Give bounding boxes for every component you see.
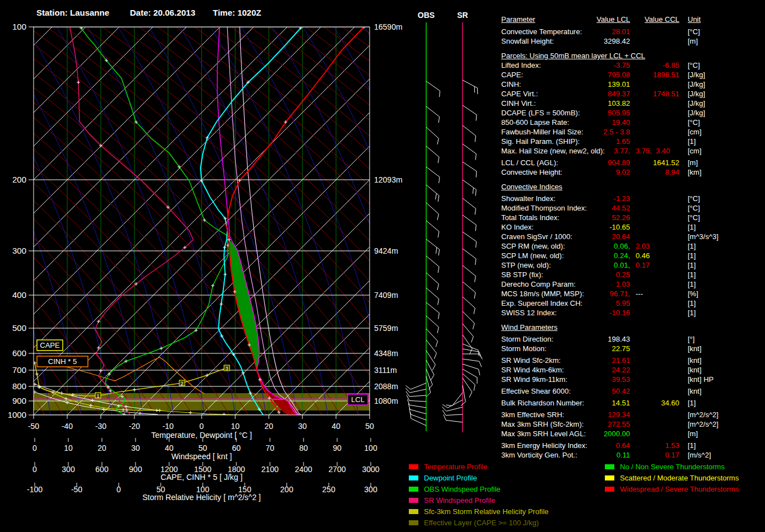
value: 0.24, xyxy=(614,251,630,260)
value-ccl: -6.85 xyxy=(630,60,679,70)
column-header: Parameter xyxy=(501,15,594,24)
svg-text:10: 10 xyxy=(231,422,240,431)
svg-text:-50: -50 xyxy=(28,422,39,431)
unit-label: [knt] xyxy=(679,365,753,375)
parameter-label: Fawbush-Miller Hail Size: xyxy=(501,127,594,137)
parameter-label: Snowfall Height: xyxy=(501,36,594,46)
svg-text:-20: -20 xyxy=(129,422,140,431)
svg-text:7409m: 7409m xyxy=(374,291,398,300)
unit-label: [J/kg] xyxy=(679,89,753,99)
svg-text:-100: -100 xyxy=(27,485,43,494)
value-lcl: 139.01 xyxy=(594,80,630,89)
sounding-analysis-window: Station: Lausanne Date: 20.06.2013 Time:… xyxy=(0,0,765,532)
svg-text:70: 70 xyxy=(265,444,274,452)
legend-swatch-icon xyxy=(409,498,418,503)
svg-text:2400: 2400 xyxy=(295,465,312,474)
table-row: Max 3km SRH Level AGL:2000.00[m] xyxy=(501,429,762,438)
parameter-label: CAPE Virt.: xyxy=(501,89,594,99)
value: -1.23 xyxy=(613,194,630,203)
value: 0.11 xyxy=(617,451,630,459)
unit-label: [knt] xyxy=(679,344,753,353)
value: 19.40 xyxy=(612,118,630,127)
value: 34.60 xyxy=(661,399,679,407)
value-lcl: 0.24, xyxy=(594,251,630,260)
value-lcl: 21.61 xyxy=(594,356,630,365)
svg-text:800: 800 xyxy=(12,381,26,391)
value-lcl: 9.02 xyxy=(594,167,630,177)
legend-label: Widespread / Severe Thunderstorms xyxy=(620,485,739,493)
svg-text:CAPE, CINH * 5 [ J/kg ]: CAPE, CINH * 5 [ J/kg ] xyxy=(161,473,242,482)
table-row: Max 3km SRH (Sfc-2km):272.55[m^2/s^2] xyxy=(501,419,762,429)
table-row: Exp. Supercell Index CH:5.95[1] xyxy=(501,298,762,308)
svg-text:900: 900 xyxy=(129,465,142,474)
parameter-label: 3km Effective SRH: xyxy=(501,410,594,419)
svg-text:30: 30 xyxy=(131,444,140,452)
value-ccl xyxy=(630,232,679,241)
value-lcl: 1.65 xyxy=(594,137,630,146)
svg-text:CAPE: CAPE xyxy=(40,341,60,349)
value-lcl: 1.03 xyxy=(594,279,630,289)
value: 1896.51 xyxy=(653,71,679,79)
value-ccl xyxy=(630,270,679,279)
value: 0.06, xyxy=(614,242,630,250)
svg-text:60: 60 xyxy=(232,444,241,452)
column-header: Unit xyxy=(679,15,753,24)
unit-label: [1] xyxy=(679,222,753,232)
parameter-label: 3km Energy Helicity Index: xyxy=(501,441,594,450)
legend-swatch-icon xyxy=(409,520,418,525)
legend-swatch-icon xyxy=(409,464,418,469)
unit-label: [cm] xyxy=(679,127,753,137)
severity-legend-item: No / Non Severe Thunderstorms xyxy=(605,461,739,472)
parameter-label: STP (new, old): xyxy=(501,260,594,270)
table-row: Max. Hail Size (new, new2, old):3.77,3.7… xyxy=(501,146,762,156)
value: 2000.00 xyxy=(604,430,630,438)
value-lcl: 50.42 xyxy=(594,386,630,396)
unit-label: [1] xyxy=(679,260,753,270)
value: -3.75 xyxy=(613,61,630,69)
value-lcl: 0.64 xyxy=(594,441,630,450)
value-lcl: 44.52 xyxy=(594,203,630,213)
value-lcl: 272.55 xyxy=(594,419,630,429)
value: 904.89 xyxy=(608,158,630,167)
severity-legend-item: Widespread / Severe Thunderstorms xyxy=(605,483,739,494)
table-row: CINH:139.01[J/kg] xyxy=(501,80,762,89)
table-row: Convective Height:9.028.94[km] xyxy=(501,167,762,177)
parameter-label: Storm Motion: xyxy=(501,344,594,353)
cinh-label: CINH * 5 xyxy=(37,356,88,367)
parameter-label: 3km Vorticity Gen. Pot.: xyxy=(501,450,594,460)
parameter-label: CAPE: xyxy=(501,70,594,80)
profile-legend-item: Temperature Profile xyxy=(409,461,549,472)
svg-text:2088m: 2088m xyxy=(374,382,398,391)
value-ccl xyxy=(630,137,679,146)
svg-text:5759m: 5759m xyxy=(374,324,398,333)
svg-text:50: 50 xyxy=(365,422,374,431)
parameter-label: CINH Virt.: xyxy=(501,99,594,108)
svg-text:3000: 3000 xyxy=(362,465,379,474)
parameter-label: SR Wind Sfc-2km: xyxy=(501,356,594,365)
value-lcl: 52.26 xyxy=(594,213,630,222)
svg-text:250: 250 xyxy=(322,485,335,494)
svg-text:100: 100 xyxy=(12,22,26,31)
value: 3.75 xyxy=(636,147,650,155)
svg-text:Storm Relative Helicity [ m^2: Storm Relative Helicity [ m^2/s^2 ] xyxy=(142,493,261,502)
sr-wind-column: SR xyxy=(442,11,482,432)
legend-label: Effective Layer (CAPE >= 100 J/kg) xyxy=(424,519,539,527)
value: 8.94 xyxy=(665,168,679,176)
svg-text:200: 200 xyxy=(12,175,26,184)
parameter-label: Sig. Hail Param. (SHIP): xyxy=(501,137,594,146)
table-row: SB STP (fix):0.25[1] xyxy=(501,270,762,279)
svg-text:80: 80 xyxy=(299,444,308,452)
legend-label: Temperature Profile xyxy=(424,463,487,471)
svg-text:0: 0 xyxy=(32,444,37,452)
profile-legend-item: SR Windspeed Profile xyxy=(409,494,549,506)
svg-text:-10: -10 xyxy=(162,422,174,431)
parameter-label: KO Index: xyxy=(501,222,594,232)
srh-km-marker: 1 xyxy=(95,393,101,399)
value-ccl: 8.94 xyxy=(630,167,679,177)
svg-text:1: 1 xyxy=(96,393,99,399)
svg-text:500: 500 xyxy=(12,323,26,333)
value-lcl: 3.77, xyxy=(594,146,630,156)
unit-label: [°C] xyxy=(679,27,753,36)
value-lcl: 904.89 xyxy=(594,158,630,167)
svg-text:1000: 1000 xyxy=(8,410,26,419)
